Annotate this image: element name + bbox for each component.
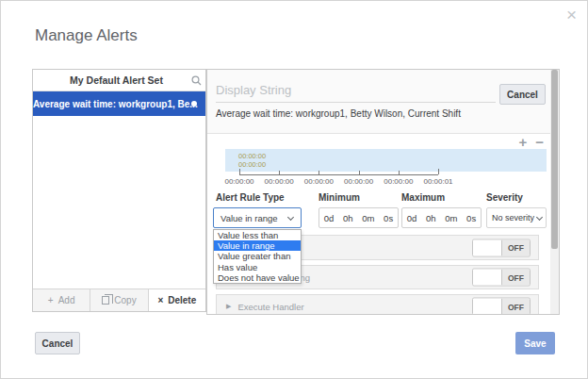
add-button[interactable]: + Add	[33, 289, 90, 311]
scrollbar-thumb[interactable]	[551, 70, 558, 249]
tick-label: 00:00:00	[224, 177, 253, 186]
add-button-label: Add	[58, 295, 75, 305]
ruler-tick	[279, 171, 280, 174]
menu-option-selected[interactable]: Value in range	[214, 240, 301, 251]
severity-select[interactable]: No severity	[486, 207, 547, 228]
severity-selected-value: No severity	[487, 213, 537, 222]
copy-button-label: Copy	[114, 295, 136, 305]
plus-icon: +	[48, 295, 54, 305]
chevron-down-icon	[536, 213, 543, 220]
cancel-button[interactable]: Cancel	[35, 332, 80, 354]
display-string-value: Average wait time: workgroup1, Betty Wil…	[216, 108, 461, 119]
toggle-switch[interactable]: OFF	[472, 298, 531, 316]
rule-type-selected-value: Value in range	[214, 213, 288, 223]
dialog-title: Manage Alerts	[35, 26, 138, 45]
rule-type-label: Alert Rule Type	[216, 192, 285, 203]
toggle-knob	[473, 239, 502, 255]
ruler-tick	[239, 169, 240, 174]
menu-option[interactable]: Value greater than	[214, 251, 301, 261]
alert-set-actions: + Add Copy × Delete	[33, 288, 205, 311]
action-row-label: Execute Handler	[237, 302, 303, 312]
rule-type-select[interactable]: Value in range	[213, 207, 302, 228]
tick-label: 00:00:01	[423, 177, 452, 186]
execute-handler-row: ▶ Execute Handler OFF	[216, 294, 539, 315]
timeline-tick-labels: 00:00:00 00:00:00 00:00:00 00:00:00 00:0…	[239, 177, 438, 187]
min-seconds-field[interactable]: 0s	[384, 213, 393, 223]
zoom-in-icon[interactable]: +	[518, 135, 527, 149]
min-hours-field[interactable]: 0h	[343, 213, 353, 223]
input-underline	[216, 102, 496, 103]
minimum-label: Minimum	[318, 192, 360, 203]
disclosure-triangle-icon[interactable]: ▶	[226, 303, 231, 310]
minimum-duration-input[interactable]: 0d 0h 0m 0s	[318, 207, 399, 228]
menu-option[interactable]: Value less than	[214, 230, 301, 240]
menu-option[interactable]: Does not have value	[214, 272, 301, 283]
delete-button[interactable]: × Delete	[149, 289, 205, 311]
timeline-range-values: 00:00:00 00:00:00	[225, 149, 547, 169]
alert-list-item[interactable]: Average wait time: workgroup1, Be...	[33, 91, 205, 116]
toggle-switch[interactable]: OFF	[472, 269, 531, 287]
ruler-tick	[438, 169, 439, 174]
toggle-state-label: OFF	[502, 270, 530, 286]
ruler-tick	[359, 171, 360, 174]
selected-dot-icon	[191, 101, 197, 107]
scrollbar-track[interactable]	[550, 70, 559, 314]
tick-label: 00:00:00	[384, 177, 413, 186]
manage-alerts-dialog: × Manage Alerts My Default Alert Set Ave…	[0, 0, 588, 379]
rule-type-dropdown-menu: Value less than Value in range Value gre…	[213, 229, 302, 284]
min-minutes-field[interactable]: 0m	[362, 213, 374, 223]
zoom-out-icon[interactable]: −	[535, 135, 544, 149]
tick-label: 00:00:00	[265, 177, 294, 186]
copy-button[interactable]: Copy	[90, 289, 148, 311]
range-start-value: 00:00:00	[238, 152, 547, 160]
timeline-range-band[interactable]: 00:00:00 00:00:00	[225, 149, 547, 172]
display-string-input[interactable]: Display String	[216, 83, 291, 97]
close-icon[interactable]: ×	[566, 6, 577, 24]
maximum-duration-input[interactable]: 0d 0h 0m 0s	[401, 207, 482, 228]
delete-button-label: Delete	[168, 295, 196, 305]
maximum-label: Maximum	[401, 192, 445, 203]
toggle-knob	[473, 299, 502, 315]
alert-set-panel: My Default Alert Set Average wait time: …	[32, 69, 206, 312]
menu-option[interactable]: Has value	[214, 262, 301, 272]
toggle-switch[interactable]: OFF	[472, 239, 531, 256]
ruler-tick	[399, 171, 400, 174]
timeline-zoom-controls: + −	[518, 135, 544, 149]
chevron-down-icon	[287, 213, 294, 220]
x-icon: ×	[157, 295, 163, 305]
toggle-state-label: OFF	[502, 299, 530, 315]
save-button[interactable]: Save	[515, 332, 555, 354]
display-string-header: Display String Cancel Average wait time:…	[207, 70, 550, 134]
editor-cancel-button[interactable]: Cancel	[499, 84, 546, 105]
alert-list-item-label: Average wait time: workgroup1, Be...	[33, 99, 205, 109]
tick-label: 00:00:00	[344, 177, 373, 186]
copy-icon	[102, 296, 109, 305]
min-days-field[interactable]: 0d	[324, 213, 335, 223]
ruler-tick	[318, 171, 319, 174]
toggle-knob	[473, 270, 502, 286]
max-hours-field[interactable]: 0h	[426, 213, 436, 223]
alert-set-title: My Default Alert Set	[33, 74, 187, 86]
search-icon[interactable]	[187, 75, 205, 86]
max-minutes-field[interactable]: 0m	[445, 213, 457, 223]
tick-label: 00:00:00	[304, 177, 334, 186]
severity-label: Severity	[486, 192, 523, 203]
range-end-value: 00:00:00	[238, 160, 547, 169]
max-days-field[interactable]: 0d	[407, 213, 417, 223]
toggle-state-label: OFF	[502, 239, 530, 255]
alert-set-header: My Default Alert Set	[33, 70, 205, 91]
max-seconds-field[interactable]: 0s	[466, 213, 476, 223]
timeline-ruler	[239, 170, 438, 175]
alert-editor-panel: Display String Cancel Average wait time:…	[206, 69, 560, 315]
